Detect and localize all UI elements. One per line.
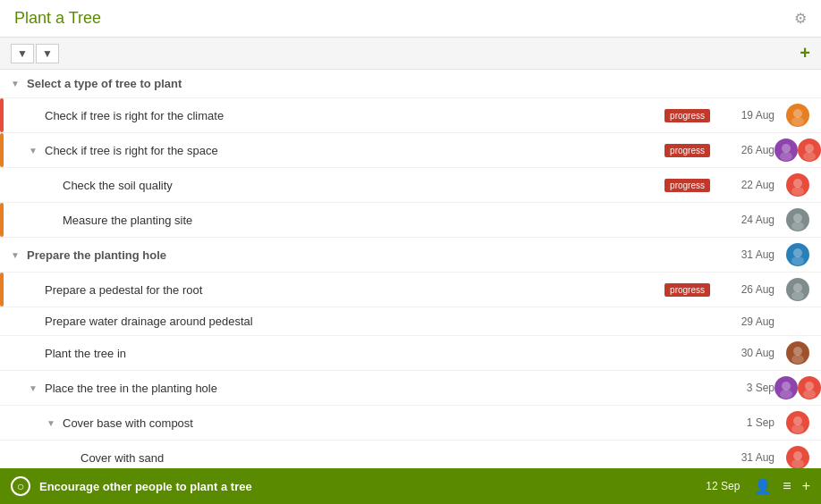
- task-avatar: [782, 446, 814, 469]
- task-row[interactable]: Check if tree is right for the climatepr…: [0, 98, 821, 133]
- bottom-bar-date: 12 Sep: [706, 480, 740, 492]
- task-name: Cover with sand: [79, 451, 721, 465]
- bottom-bar-circle: ○: [11, 476, 30, 496]
- progress-badge: progress: [664, 283, 710, 297]
- priority-bar: [0, 98, 4, 132]
- svg-point-28: [805, 382, 814, 391]
- task-name: Prepare water drainage around pedestal: [43, 315, 721, 328]
- task-date: 22 Aug: [721, 179, 774, 191]
- collapse-icon[interactable]: ▼: [29, 383, 43, 393]
- svg-point-11: [791, 187, 804, 196]
- task-name: Cover base with compost: [61, 416, 721, 430]
- task-avatar: [782, 104, 814, 127]
- task-date: 31 Aug: [721, 248, 774, 261]
- task-avatar: [782, 243, 814, 266]
- task-avatar: [782, 139, 814, 162]
- task-avatar: [782, 173, 814, 197]
- task-name: Measure the planting site: [61, 214, 721, 227]
- task-avatar: [782, 411, 814, 434]
- svg-point-14: [791, 222, 804, 231]
- svg-point-35: [791, 459, 804, 468]
- task-row[interactable]: Plant the tree in30 Aug: [0, 336, 821, 371]
- task-date: 30 Aug: [721, 347, 774, 359]
- progress-badge: progress: [664, 109, 710, 122]
- sort-button[interactable]: ▼: [36, 44, 59, 63]
- svg-point-23: [791, 355, 804, 364]
- priority-bar: [0, 133, 4, 167]
- task-date: 29 Aug: [721, 315, 774, 328]
- svg-point-31: [793, 416, 802, 425]
- list-icon[interactable]: ≡: [783, 478, 791, 494]
- task-avatar: [782, 278, 814, 301]
- collapse-icon[interactable]: ▼: [11, 250, 25, 260]
- svg-point-13: [793, 214, 802, 223]
- bottom-bar: ○ Encourage other people to plant a tree…: [0, 468, 821, 504]
- svg-point-16: [793, 248, 802, 257]
- svg-point-17: [791, 256, 804, 265]
- task-name: Check if tree is right for the climate: [43, 109, 664, 122]
- collapse-icon[interactable]: ▼: [47, 418, 61, 428]
- task-row[interactable]: ▼Select a type of tree to plant: [0, 70, 821, 98]
- toolbar: ▼ ▼ +: [0, 37, 821, 70]
- progress-badge: progress: [664, 144, 710, 157]
- task-avatar: [782, 341, 814, 365]
- add-icon[interactable]: +: [802, 478, 810, 494]
- task-name: Select a type of tree to plant: [25, 77, 721, 90]
- svg-point-29: [803, 390, 816, 399]
- add-task-button[interactable]: +: [800, 43, 810, 63]
- task-row[interactable]: ▼Prepare the planting hole31 Aug: [0, 238, 821, 273]
- person-icon[interactable]: 👤: [754, 478, 772, 495]
- bottom-bar-title: Encourage other people to plant a tree: [39, 480, 706, 493]
- page-title: Plant a Tree: [14, 9, 101, 28]
- task-name: Prepare a pedestal for the root: [43, 283, 664, 297]
- filter-button[interactable]: ▼: [11, 44, 34, 63]
- svg-point-4: [782, 144, 791, 153]
- task-list: ▼Select a type of tree to plantCheck if …: [0, 70, 821, 484]
- bottom-bar-icons: 👤 ≡ +: [754, 478, 810, 495]
- task-row[interactable]: Prepare water drainage around pedestal29…: [0, 307, 821, 336]
- priority-bar: [0, 273, 4, 307]
- task-name: Prepare the planting hole: [25, 248, 721, 262]
- task-row[interactable]: Prepare a pedestal for the rootprogress2…: [0, 273, 821, 307]
- svg-point-7: [805, 144, 814, 153]
- task-name: Check if tree is right for the space: [43, 144, 664, 157]
- task-date: 26 Aug: [721, 283, 774, 296]
- task-date: 1 Sep: [721, 416, 774, 429]
- app-container: Plant a Tree ⚙ ▼ ▼ + ▼Select a type of t…: [0, 0, 821, 504]
- svg-point-32: [791, 424, 804, 433]
- task-name: Plant the tree in: [43, 347, 721, 360]
- task-row[interactable]: ▼Cover base with compost1 Sep: [0, 406, 821, 441]
- svg-point-10: [793, 179, 802, 188]
- task-date: 31 Aug: [721, 451, 774, 464]
- svg-point-34: [793, 451, 802, 460]
- collapse-icon[interactable]: ▼: [11, 79, 25, 88]
- task-row[interactable]: ▼Place the tree in the planting hole3 Se…: [0, 371, 821, 406]
- task-name: Place the tree in the planting hole: [43, 382, 721, 395]
- svg-point-20: [791, 291, 804, 300]
- svg-point-5: [780, 152, 792, 161]
- priority-bar: [0, 203, 4, 237]
- task-avatar: [782, 208, 814, 231]
- task-date: 24 Aug: [721, 214, 774, 226]
- progress-badge: progress: [664, 179, 710, 192]
- svg-point-25: [782, 382, 791, 391]
- collapse-icon[interactable]: ▼: [29, 146, 43, 155]
- task-date: 19 Aug: [721, 109, 774, 122]
- task-name: Check the soil quality: [61, 179, 664, 192]
- toolbar-left: ▼ ▼: [11, 44, 59, 63]
- task-row[interactable]: Measure the planting site24 Aug: [0, 203, 821, 238]
- header: Plant a Tree ⚙: [0, 0, 821, 37]
- svg-point-22: [793, 347, 802, 356]
- svg-point-2: [791, 117, 804, 126]
- task-avatar: [782, 376, 814, 399]
- svg-point-1: [793, 109, 802, 118]
- task-row[interactable]: Check the soil qualityprogress22 Aug: [0, 168, 821, 203]
- svg-point-8: [803, 152, 816, 161]
- task-date: 26 Aug: [721, 144, 774, 156]
- svg-point-26: [780, 390, 792, 399]
- svg-point-19: [793, 283, 802, 292]
- task-date: 3 Sep: [721, 382, 774, 394]
- task-row[interactable]: ▼Check if tree is right for the spacepro…: [0, 133, 821, 168]
- gear-icon[interactable]: ⚙: [794, 10, 807, 27]
